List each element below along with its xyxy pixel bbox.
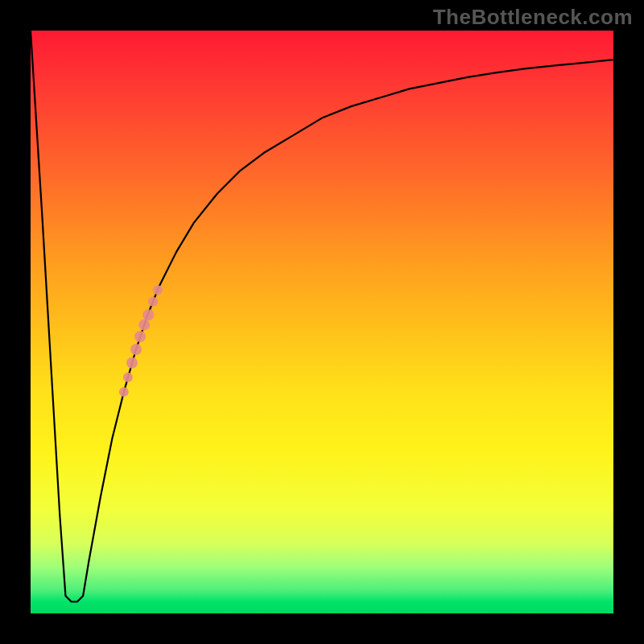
highlight-dot [130,344,142,355]
highlight-dot [148,297,158,307]
highlight-segment [119,285,163,397]
highlight-dot [126,357,138,369]
highlight-dot [123,373,133,382]
highlight-dot [134,331,146,342]
chart-frame: TheBottleneck.com [0,0,644,644]
plot-svg [31,31,613,613]
bottleneck-curve [31,31,613,602]
watermark-text: TheBottleneck.com [433,5,633,30]
highlight-dot [142,309,154,320]
highlight-dot [138,320,150,331]
plot-area [31,31,613,613]
highlight-dot [153,285,163,295]
highlight-dot [119,387,129,397]
